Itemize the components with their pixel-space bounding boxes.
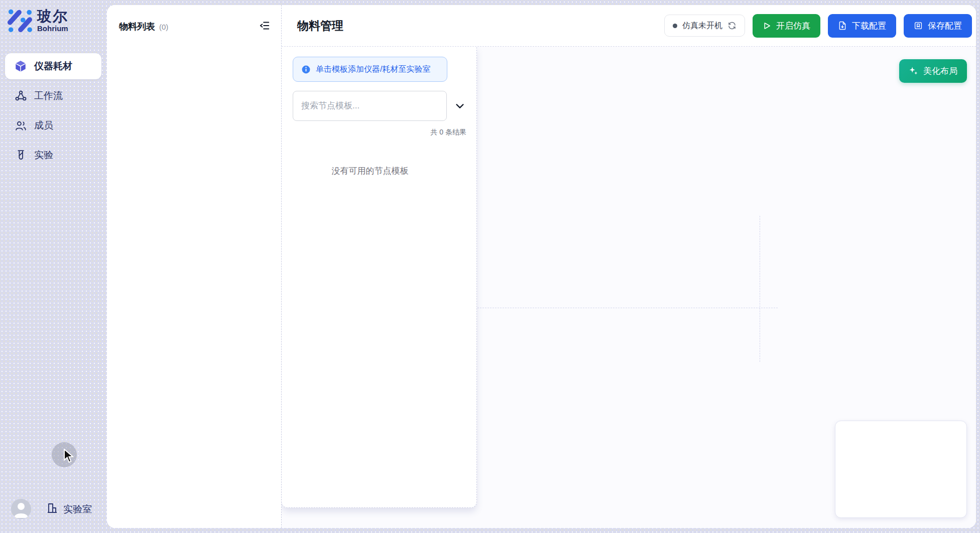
minimap[interactable]	[835, 421, 967, 518]
header-actions: 仿真未开机	[664, 14, 972, 38]
sidebar-item-label: 工作流	[34, 89, 63, 102]
download-config-button[interactable]: 下载配置	[828, 14, 896, 38]
sparkles-icon	[909, 66, 918, 76]
materials-list-title: 物料列表	[119, 21, 155, 33]
avatar[interactable]	[11, 499, 31, 519]
materials-panel-header: 物料列表 (0)	[107, 5, 281, 33]
template-hint-text: 单击模板添加仪器/耗材至实验室	[316, 64, 430, 75]
content-wrapper: 物料列表 (0) 物料管理 仿真未开机	[107, 5, 976, 528]
beautify-layout-label: 美化布局	[923, 65, 957, 77]
canvas-guide-horizontal	[477, 308, 778, 308]
brand-name: 玻尔	[37, 9, 68, 24]
canvas-guide-vertical	[760, 216, 760, 362]
save-config-button[interactable]: 保存配置	[904, 14, 972, 38]
main-column: 物料管理 仿真未开机	[282, 5, 976, 528]
template-search-input[interactable]	[293, 91, 447, 121]
template-result-count: 共 0 条结果	[293, 128, 466, 137]
template-hint-banner: 单击模板添加仪器/耗材至实验室	[293, 57, 447, 82]
refresh-icon[interactable]	[727, 21, 737, 30]
template-panel: 单击模板添加仪器/耗材至实验室 共 0 条结果 没有可用的节点模板	[282, 47, 477, 508]
sidebar-item-experiments[interactable]: 实验	[5, 142, 101, 168]
lab-canvas[interactable]: 单击模板添加仪器/耗材至实验室 共 0 条结果 没有可用的节点模板	[282, 47, 976, 528]
play-icon	[763, 22, 771, 30]
beautify-layout-button[interactable]: 美化布局	[899, 59, 967, 83]
file-download-icon	[838, 21, 847, 30]
brand-subname: Bohrium	[37, 25, 68, 33]
collapse-panel-icon[interactable]	[259, 20, 270, 33]
download-config-label: 下载配置	[852, 20, 886, 32]
lab-label: 实验室	[63, 503, 92, 516]
sidebar-item-members[interactable]: 成员	[5, 112, 101, 139]
main-header: 物料管理 仿真未开机	[282, 5, 976, 47]
save-config-label: 保存配置	[928, 20, 962, 32]
users-icon	[14, 119, 27, 132]
sidebar-item-label: 仪器耗材	[34, 60, 72, 73]
sidebar-nav: 仪器耗材 工作流	[5, 53, 101, 168]
brand: 玻尔 Bohrium	[0, 0, 107, 34]
test-tube-icon	[14, 149, 27, 162]
lab-switcher[interactable]: 实验室	[46, 502, 92, 516]
mouse-cursor	[63, 449, 76, 466]
sidebar-item-instruments[interactable]: 仪器耗材	[5, 53, 101, 79]
template-search-row	[293, 91, 466, 121]
cube-icon	[14, 60, 27, 73]
start-simulation-button[interactable]: 开启仿真	[753, 14, 820, 38]
sidebar: 玻尔 Bohrium 仪器耗材	[0, 0, 107, 533]
save-icon	[914, 21, 923, 30]
sidebar-item-label: 成员	[34, 119, 53, 132]
simulation-status-label: 仿真未开机	[682, 21, 722, 31]
start-simulation-label: 开启仿真	[776, 20, 810, 32]
materials-panel: 物料列表 (0)	[107, 5, 282, 528]
bohrium-logo-icon	[7, 7, 32, 34]
workflow-icon	[14, 89, 27, 102]
app-root: 玻尔 Bohrium 仪器耗材	[0, 0, 980, 533]
building-icon	[46, 502, 58, 516]
materials-list-count: (0)	[159, 23, 168, 31]
chevron-down-icon[interactable]	[453, 99, 466, 112]
status-dot-icon	[673, 24, 677, 28]
sidebar-bottom: 实验室	[0, 499, 107, 519]
page-title: 物料管理	[297, 18, 343, 34]
info-icon	[301, 65, 311, 74]
sidebar-item-label: 实验	[34, 149, 53, 162]
sidebar-item-workflow[interactable]: 工作流	[5, 83, 101, 109]
simulation-status-pill[interactable]: 仿真未开机	[664, 15, 745, 37]
template-empty-message: 没有可用的节点模板	[293, 165, 447, 177]
